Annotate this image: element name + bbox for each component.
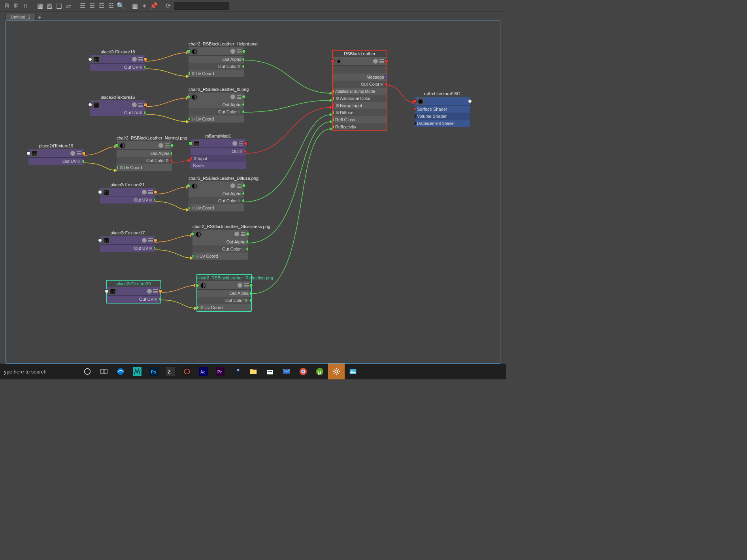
app-zbrush[interactable]: Z <box>162 364 179 379</box>
toolbar-sync-icon[interactable]: ⟳ <box>164 2 172 9</box>
node-file-diffuse[interactable]: chair2_RSBlackLeather_Diffuse.png ◐ Out … <box>189 175 244 211</box>
toolbar-zoom-icon[interactable]: 🔍 <box>117 2 124 9</box>
node-title: chair2_RSBlackLeather_f0.png <box>189 86 244 92</box>
node-title: chair2_RSBlackLeather_Normal.png <box>117 135 172 141</box>
app-aftereffects[interactable]: Ae <box>195 364 212 379</box>
node-material[interactable]: RSBlackLeather ● Message Out Color⊞ Addi… <box>332 50 387 131</box>
node-place2dtexture16[interactable]: place2dTexture16 ▦ Out UV⊞ <box>90 94 145 116</box>
toolbar-snap-icon[interactable]: ⌖ <box>141 2 148 9</box>
toolbar-layout2-icon[interactable]: ☱ <box>89 2 96 9</box>
toolbar-layout1-icon[interactable]: ☰ <box>79 2 86 9</box>
svg-point-15 <box>233 368 240 375</box>
svg-rect-20 <box>268 371 270 372</box>
node-title: place2dTexture20 <box>107 281 160 287</box>
toolbar: ⎘ ⎗ ⎌ ▦ ▨ ◫ ▱ ☰ ☱ ☲ ☳ 🔍 ▦ ⌖ 📌 ⟳ <box>0 0 506 12</box>
svg-point-28 <box>335 370 338 373</box>
svg-text:Z: Z <box>168 369 171 375</box>
svg-rect-21 <box>270 371 272 372</box>
app-settings[interactable] <box>328 364 345 379</box>
node-place2dtexture17[interactable]: place2dTexture17 ▦ Out UV⊞ <box>100 230 155 252</box>
app-store[interactable] <box>262 364 278 379</box>
node-shading-group[interactable]: rsArchitectural1SG ◉ Surface Shader Volu… <box>415 91 470 127</box>
tab-add-button[interactable]: + <box>36 14 43 21</box>
svg-point-0 <box>85 369 91 375</box>
app-photos[interactable] <box>345 364 361 379</box>
node-place2dtexture20[interactable]: place2dTexture20 ▦ Out UV⊞ <box>106 280 161 304</box>
node-title: place2dTexture18 <box>90 49 145 55</box>
checker-icon: ▦ <box>92 56 100 63</box>
app-steam[interactable] <box>228 364 245 379</box>
solo-icon[interactable] <box>132 57 137 62</box>
svg-point-25 <box>302 370 304 373</box>
node-title: rsBumpMap1 <box>191 133 246 139</box>
node-title: place2dTexture17 <box>100 230 155 236</box>
connection-wires <box>6 21 500 363</box>
toolbar-layout4-icon[interactable]: ☳ <box>108 2 115 9</box>
svg-rect-9 <box>183 367 191 376</box>
toolbar-add-icon[interactable]: ▦ <box>36 2 43 9</box>
toolbar-output-icon[interactable]: ⎗ <box>13 2 20 9</box>
svg-rect-1 <box>101 370 104 374</box>
app-premiere[interactable]: Pr <box>212 364 228 379</box>
app-maya[interactable] <box>129 364 145 379</box>
node-file-normal[interactable]: chair2_RSBlackLeather_Normal.png ◐ Out A… <box>117 135 172 171</box>
tab-untitled[interactable]: Untitled_1 <box>6 13 36 21</box>
node-title: place2dTexture21 <box>100 181 155 188</box>
toolbar-graph-icon[interactable]: ◫ <box>55 2 62 9</box>
app-substance[interactable] <box>179 364 195 379</box>
taskview-icon[interactable] <box>96 364 112 379</box>
checker-icon: ▦ <box>92 101 100 108</box>
node-title: chair2_RSBlackLeather_Height.png <box>189 41 244 47</box>
svg-rect-4 <box>133 367 141 376</box>
svg-text:µ: µ <box>318 369 321 375</box>
svg-rect-18 <box>250 369 253 371</box>
windows-taskbar: ype here to search Ps Z Ae Pr µ <box>0 364 506 379</box>
node-place2dtexture18[interactable]: place2dTexture18 ▦ Out UV⊞ <box>90 49 145 71</box>
node-title: RSBlackLeather <box>333 51 387 57</box>
node-file-reflection[interactable]: chair2_RSBlackLeather_Reflection.png ◐ O… <box>196 274 252 312</box>
node-file-f0[interactable]: chair2_RSBlackLeather_f0.png ◐ Out Alpha… <box>189 86 244 123</box>
menu-icon[interactable] <box>138 57 143 61</box>
toolbar-grid-icon[interactable]: ▦ <box>131 2 138 9</box>
toolbar-io-icon[interactable]: ⎌ <box>22 2 29 9</box>
attr-out-uv[interactable]: Out UV⊞ <box>90 64 145 71</box>
svg-text:Ps: Ps <box>151 370 156 374</box>
node-file-height[interactable]: chair2_RSBlackLeather_Height.png ◐ Out A… <box>189 41 244 77</box>
app-mail[interactable] <box>278 364 295 379</box>
tab-bar: Untitled_1 + <box>0 12 506 21</box>
node-place2dtexture19[interactable]: place2dTexture19 ▦ Out UV⊞ <box>28 143 84 165</box>
node-title: place2dTexture19 <box>28 143 84 149</box>
toolbar-input-icon[interactable]: ⎘ <box>3 2 10 9</box>
app-explorer[interactable] <box>245 364 262 379</box>
svg-point-16 <box>237 369 240 371</box>
node-title: rsArchitectural1SG <box>415 91 470 97</box>
app-photoshop[interactable]: Ps <box>145 364 162 379</box>
app-utorrent[interactable]: µ <box>311 364 328 379</box>
node-place2dtexture21[interactable]: place2dTexture21 ▦ Out UV⊞ <box>100 181 155 204</box>
node-title: chair2_RSBlackLeather_Reflection.png <box>197 275 251 281</box>
graph-canvas[interactable]: place2dTexture18 ▦ Out UV⊞ place2dTextur… <box>6 21 500 364</box>
node-file-gloss[interactable]: chair2_RSBlackLeather_Glossiness.png ◐ O… <box>192 223 248 260</box>
app-chrome[interactable] <box>295 364 311 379</box>
svg-rect-2 <box>104 370 107 374</box>
cortana-icon[interactable] <box>79 364 96 379</box>
taskbar-search[interactable]: ype here to search <box>0 369 79 375</box>
node-title: chair2_RSBlackLeather_Diffuse.png <box>189 175 244 181</box>
node-title: chair2_RSBlackLeather_Glossiness.png <box>192 223 248 230</box>
toolbar-layout3-icon[interactable]: ☲ <box>98 2 105 9</box>
svg-text:Ae: Ae <box>200 370 206 374</box>
app-edge[interactable] <box>112 364 129 379</box>
toolbar-clear-icon[interactable]: ▱ <box>65 2 72 9</box>
toolbar-filter-input[interactable] <box>174 2 229 10</box>
node-bumpmap[interactable]: rsBumpMap1 ▤ Out⊞ ⊞Input Scale <box>191 133 246 169</box>
svg-text:Pr: Pr <box>217 370 222 374</box>
toolbar-pin-icon[interactable]: 📌 <box>150 2 157 9</box>
toolbar-remove-icon[interactable]: ▨ <box>46 2 53 9</box>
node-title: place2dTexture16 <box>90 94 145 100</box>
